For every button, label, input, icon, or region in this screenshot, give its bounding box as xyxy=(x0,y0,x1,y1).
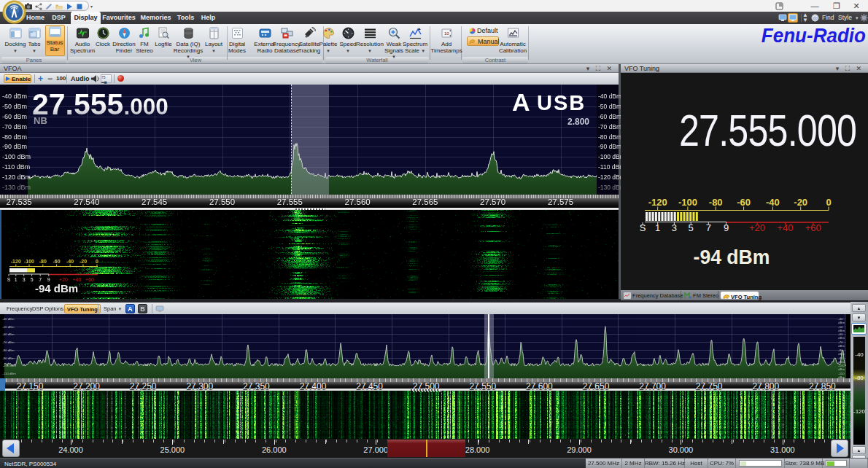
svg-text:-80: -80 xyxy=(709,197,723,208)
svg-text:-80: -80 xyxy=(39,259,47,264)
svg-text:-94 dBm: -94 dBm xyxy=(35,282,78,295)
svg-text:-120: -120 xyxy=(11,259,21,264)
svg-text:7: 7 xyxy=(39,277,42,282)
svg-text:+20: +20 xyxy=(59,277,68,282)
svg-text:0: 0 xyxy=(826,197,831,208)
svg-text:-40: -40 xyxy=(66,259,74,264)
svg-text:9: 9 xyxy=(47,277,50,282)
svg-text:0: 0 xyxy=(96,259,98,264)
svg-text:3: 3 xyxy=(23,277,26,282)
svg-text:S: S xyxy=(7,277,11,282)
svg-text:+60: +60 xyxy=(85,277,94,282)
svg-text:-60: -60 xyxy=(53,259,61,264)
svg-text:-120: -120 xyxy=(648,197,667,208)
svg-text:-100: -100 xyxy=(678,197,697,208)
svg-text:-100: -100 xyxy=(24,259,34,264)
svg-text:-40: -40 xyxy=(766,197,780,208)
svg-text:-20: -20 xyxy=(794,197,807,208)
svg-text:1: 1 xyxy=(15,277,18,282)
svg-text:-20: -20 xyxy=(80,259,87,264)
svg-text:+40: +40 xyxy=(72,277,81,282)
svg-text:10: 10 xyxy=(444,31,449,36)
svg-text:-60: -60 xyxy=(737,197,751,208)
svg-text:5: 5 xyxy=(31,277,34,282)
